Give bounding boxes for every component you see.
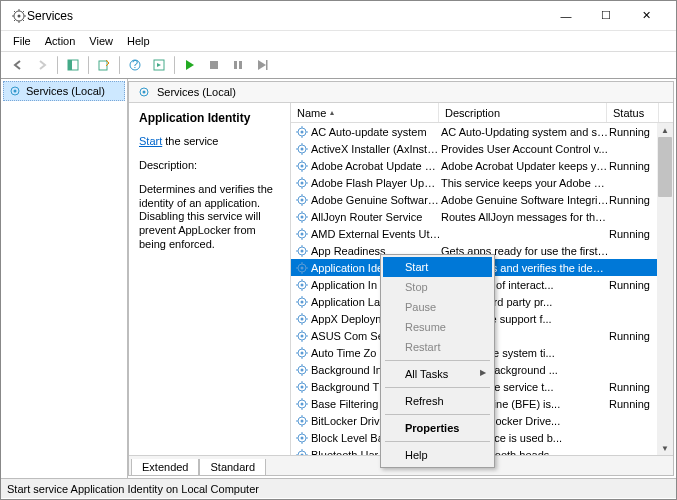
service-status: Running bbox=[609, 330, 661, 342]
svg-point-31 bbox=[301, 249, 304, 252]
ctx-help[interactable]: Help bbox=[383, 445, 492, 465]
ctx-start[interactable]: Start bbox=[383, 257, 492, 277]
context-menu: Start Stop Pause Resume Restart All Task… bbox=[380, 254, 495, 468]
service-status: Running bbox=[609, 194, 661, 206]
service-status: Running bbox=[609, 398, 661, 410]
service-description: Adobe Genuine Software Integrit... bbox=[441, 194, 609, 206]
svg-point-49 bbox=[301, 402, 304, 405]
menu-help[interactable]: Help bbox=[121, 33, 156, 49]
ctx-all-tasks[interactable]: All Tasks bbox=[383, 364, 492, 384]
tab-standard[interactable]: Standard bbox=[199, 459, 266, 476]
separator bbox=[385, 414, 490, 415]
show-hide-tree-button[interactable] bbox=[62, 54, 84, 76]
service-name: Adobe Acrobat Update Serv... bbox=[311, 160, 441, 172]
col-description[interactable]: Description bbox=[439, 103, 607, 122]
menu-view[interactable]: View bbox=[83, 33, 119, 49]
service-row[interactable]: Adobe Flash Player Update ...This servic… bbox=[291, 174, 673, 191]
svg-point-37 bbox=[301, 300, 304, 303]
separator bbox=[88, 56, 89, 74]
service-row[interactable]: Adobe Genuine Software In...Adobe Genuin… bbox=[291, 191, 673, 208]
tree-root-services[interactable]: Services (Local) bbox=[3, 81, 125, 101]
separator bbox=[385, 387, 490, 388]
svg-point-51 bbox=[301, 419, 304, 422]
detail-action-line: Start the service bbox=[139, 135, 280, 147]
detail-heading: Application Identity bbox=[139, 111, 280, 125]
description-label: Description: bbox=[139, 159, 280, 173]
ctx-stop[interactable]: Stop bbox=[383, 277, 492, 297]
toolbar: ? bbox=[1, 51, 676, 79]
svg-point-19 bbox=[301, 147, 304, 150]
service-row[interactable]: AMD External Events UtilityRunning bbox=[291, 225, 673, 242]
service-status: Running bbox=[609, 381, 661, 393]
statusbar: Start service Application Identity on Lo… bbox=[1, 478, 676, 498]
svg-point-1 bbox=[18, 14, 21, 17]
back-button[interactable] bbox=[7, 54, 29, 76]
svg-point-23 bbox=[301, 181, 304, 184]
svg-point-29 bbox=[301, 232, 304, 235]
col-status[interactable]: Status bbox=[607, 103, 659, 122]
service-row[interactable]: Adobe Acrobat Update Serv...Adobe Acroba… bbox=[291, 157, 673, 174]
service-name: ActiveX Installer (AxInstSV) bbox=[311, 143, 441, 155]
scroll-down-arrow[interactable]: ▼ bbox=[657, 441, 673, 455]
vertical-scrollbar[interactable]: ▲ ▼ bbox=[657, 123, 673, 455]
ctx-refresh[interactable]: Refresh bbox=[383, 391, 492, 411]
service-row[interactable]: ActiveX Installer (AxInstSV)Provides Use… bbox=[291, 140, 673, 157]
svg-point-21 bbox=[301, 164, 304, 167]
tree-root-label: Services (Local) bbox=[26, 85, 105, 97]
service-row[interactable]: AllJoyn Router ServiceRoutes AllJoyn mes… bbox=[291, 208, 673, 225]
restart-service-button[interactable] bbox=[251, 54, 273, 76]
close-button[interactable]: ✕ bbox=[626, 1, 666, 31]
svg-point-43 bbox=[301, 351, 304, 354]
tab-extended[interactable]: Extended bbox=[131, 459, 199, 476]
ctx-restart[interactable]: Restart bbox=[383, 337, 492, 357]
forward-button[interactable] bbox=[31, 54, 53, 76]
separator bbox=[57, 56, 58, 74]
svg-text:?: ? bbox=[132, 58, 138, 70]
detail-pane: Application Identity Start the service D… bbox=[129, 103, 291, 455]
service-name: AC Auto-update system bbox=[311, 126, 441, 138]
service-description: Provides User Account Control v... bbox=[441, 143, 609, 155]
service-name: Adobe Flash Player Update ... bbox=[311, 177, 441, 189]
menu-file[interactable]: File bbox=[7, 33, 37, 49]
svg-point-55 bbox=[301, 453, 304, 455]
separator bbox=[174, 56, 175, 74]
svg-point-13 bbox=[14, 90, 17, 93]
status-text: Start service Application Identity on Lo… bbox=[7, 483, 259, 495]
separator bbox=[385, 360, 490, 361]
ctx-properties[interactable]: Properties bbox=[383, 418, 492, 438]
start-service-button[interactable] bbox=[179, 54, 201, 76]
svg-point-25 bbox=[301, 198, 304, 201]
service-status: Running bbox=[609, 160, 661, 172]
svg-point-47 bbox=[301, 385, 304, 388]
separator bbox=[385, 441, 490, 442]
col-name[interactable]: Name▴ bbox=[291, 103, 439, 122]
ctx-pause[interactable]: Pause bbox=[383, 297, 492, 317]
service-row[interactable]: AC Auto-update systemAC Auto-Updating sy… bbox=[291, 123, 673, 140]
gear-icon bbox=[8, 84, 22, 98]
main-body: Services (Local) Services (Local) Applic… bbox=[1, 79, 676, 478]
pause-service-button[interactable] bbox=[227, 54, 249, 76]
service-name: AMD External Events Utility bbox=[311, 228, 441, 240]
stop-service-button[interactable] bbox=[203, 54, 225, 76]
svg-point-17 bbox=[301, 130, 304, 133]
minimize-button[interactable]: — bbox=[546, 1, 586, 31]
help-button[interactable]: ? bbox=[124, 54, 146, 76]
export-button[interactable] bbox=[93, 54, 115, 76]
svg-point-39 bbox=[301, 317, 304, 320]
svg-rect-3 bbox=[68, 60, 72, 70]
svg-point-41 bbox=[301, 334, 304, 337]
svg-point-45 bbox=[301, 368, 304, 371]
start-link[interactable]: Start bbox=[139, 135, 162, 147]
maximize-button[interactable]: ☐ bbox=[586, 1, 626, 31]
svg-point-15 bbox=[143, 91, 146, 94]
menubar: File Action View Help bbox=[1, 31, 676, 51]
service-name: AllJoyn Router Service bbox=[311, 211, 441, 223]
scroll-thumb[interactable] bbox=[658, 137, 672, 197]
svg-point-53 bbox=[301, 436, 304, 439]
refresh-button[interactable] bbox=[148, 54, 170, 76]
service-description: Routes AllJoyn messages for the l... bbox=[441, 211, 609, 223]
scroll-up-arrow[interactable]: ▲ bbox=[657, 123, 673, 137]
service-status: Running bbox=[609, 279, 661, 291]
ctx-resume[interactable]: Resume bbox=[383, 317, 492, 337]
menu-action[interactable]: Action bbox=[39, 33, 82, 49]
